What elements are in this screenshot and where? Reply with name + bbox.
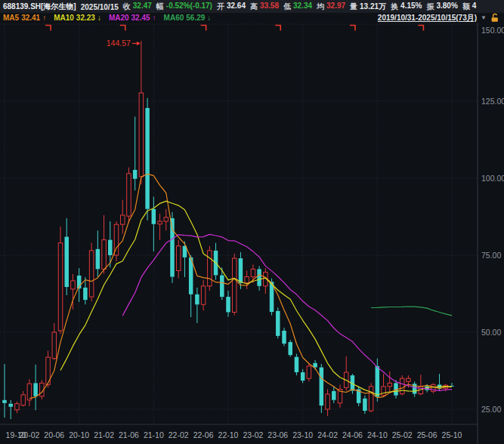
candle xyxy=(2,364,7,418)
y-tick-label: 75.00 xyxy=(481,251,501,260)
peak-price-label: 144.57 xyxy=(107,39,131,48)
candle xyxy=(21,391,25,406)
candle xyxy=(332,386,336,402)
candle xyxy=(344,356,348,391)
event-marker-icon[interactable] xyxy=(201,26,206,31)
candle xyxy=(152,196,156,251)
ma-label: MA60 xyxy=(164,14,184,22)
ma-trend-arrow: ↓ xyxy=(97,14,101,22)
x-tick-label: 22-10 xyxy=(218,430,239,439)
date-range-selector[interactable]: 2019/10/31-2025/10/15(73月) xyxy=(378,13,477,23)
candle xyxy=(232,254,237,316)
ma-line-10 xyxy=(60,201,452,395)
candle xyxy=(158,214,162,240)
candle xyxy=(450,383,454,387)
ma-label: MA10 xyxy=(54,14,74,22)
candle xyxy=(176,240,181,279)
quote-field: 均32.97 xyxy=(317,2,345,12)
quote-field: 换4.15% xyxy=(391,2,422,12)
quote-field-label: 开 xyxy=(217,2,224,12)
y-tick-label: 100.00 xyxy=(481,174,504,183)
y-tick-label: 125.00 xyxy=(481,97,504,106)
candle xyxy=(145,98,150,220)
quote-field-value: 32.97 xyxy=(326,2,345,12)
ma-value: 56.29 xyxy=(186,14,205,22)
candle xyxy=(58,227,63,334)
candle xyxy=(208,246,212,291)
event-marker-icon[interactable] xyxy=(45,26,51,31)
ma-value: 32.23 xyxy=(76,14,95,22)
candle xyxy=(320,364,324,413)
candle xyxy=(102,215,107,274)
candle xyxy=(264,268,268,294)
ma-legend-item: MA532.41↑ xyxy=(3,14,46,22)
candle xyxy=(326,389,330,415)
candle xyxy=(33,365,38,410)
candlestick-chart[interactable]: 150.00125.00100.0075.0050.0025.00144.571… xyxy=(0,23,504,444)
quote-field-value: 4 xyxy=(472,2,477,12)
quote-field-value: 13.21万 xyxy=(360,2,386,12)
quote-field: 额4 xyxy=(462,2,477,12)
x-tick-label: 24-02 xyxy=(317,430,338,439)
event-markers-layer xyxy=(45,26,423,31)
y-tick-label: 50.00 xyxy=(481,328,501,337)
quote-date: 2025/10/15 xyxy=(81,3,119,11)
candle xyxy=(400,375,404,396)
quote-field-label: 低 xyxy=(283,2,291,12)
chevron-down-icon[interactable]: ▼ xyxy=(481,14,487,21)
candle xyxy=(307,364,311,382)
x-tick-label: 20-10 xyxy=(69,430,89,439)
x-tick-label: 21-10 xyxy=(144,430,164,439)
x-axis-labels: 19-1020-0220-0620-1021-0221-0621-1022-02… xyxy=(6,430,462,439)
candle xyxy=(282,328,286,346)
x-tick-label: 23-06 xyxy=(267,430,288,439)
quote-field-label: 高 xyxy=(250,2,258,12)
event-marker-icon[interactable] xyxy=(418,26,423,31)
ma-legend: MA532.41↑MA1032.23↓MA2032.45↑MA6056.29↓ xyxy=(3,14,211,22)
quote-field-value: 32.47 xyxy=(133,2,152,12)
quote-field-value: -0.52%(-0.17) xyxy=(166,2,212,12)
candle xyxy=(15,402,20,413)
ma-label: MA20 xyxy=(109,14,129,22)
y-tick-label: 25.00 xyxy=(481,405,501,414)
candle xyxy=(189,255,193,317)
x-tick-label: 21-06 xyxy=(119,430,139,439)
quote-field-label: 均 xyxy=(317,2,324,12)
candle xyxy=(413,381,417,396)
quote-field-label: 收 xyxy=(123,2,131,12)
y-axis-labels: 150.00125.00100.0075.0050.0025.00 xyxy=(481,26,504,414)
quote-field-value: 4.15% xyxy=(400,2,422,12)
unlock-icon[interactable] xyxy=(490,13,499,23)
candle xyxy=(27,379,32,406)
quote-field: 振3.80% xyxy=(426,2,457,12)
candle xyxy=(301,369,305,383)
quote-field-value: 32.34 xyxy=(293,2,312,12)
quote-field-label: 换 xyxy=(391,2,398,12)
candle xyxy=(52,323,57,360)
candle xyxy=(363,396,367,414)
event-marker-icon[interactable] xyxy=(350,26,355,31)
ma-value: 32.41 xyxy=(21,14,40,22)
candle xyxy=(96,230,100,276)
candle xyxy=(195,288,199,323)
candle xyxy=(338,384,342,408)
x-tick-label: 25-02 xyxy=(392,430,413,439)
event-marker-icon[interactable] xyxy=(120,26,125,31)
candle xyxy=(139,41,144,184)
ma-trend-arrow: ↑ xyxy=(42,14,46,22)
chart-toolbar: MA532.41↑MA1032.23↓MA2032.45↑MA6056.29↓ … xyxy=(0,13,504,23)
peak-annotation: 144.57 xyxy=(107,39,141,48)
quote-field-label: 量 xyxy=(350,2,357,12)
candle xyxy=(64,218,69,295)
candle xyxy=(127,168,131,223)
candle xyxy=(201,280,206,311)
x-tick-label: 25-06 xyxy=(417,430,438,439)
ma-legend-item: MA1032.23↓ xyxy=(54,14,101,22)
candle xyxy=(357,386,361,406)
quote-fields: 收32.47幅-0.52%(-0.17)开32.64高33.58低32.34均3… xyxy=(123,2,477,12)
event-marker-icon[interactable] xyxy=(275,26,280,31)
ma-line-60 xyxy=(371,307,452,316)
candle xyxy=(257,266,261,291)
ma-trend-arrow: ↓ xyxy=(207,14,211,22)
quote-field: 量13.21万 xyxy=(350,2,386,12)
